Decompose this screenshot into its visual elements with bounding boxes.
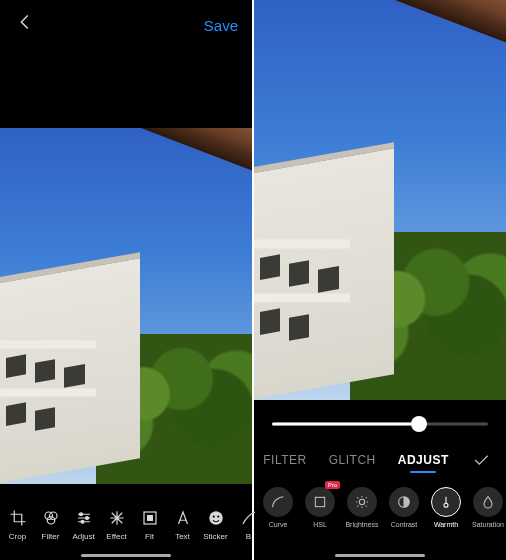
save-button[interactable]: Save xyxy=(204,17,238,34)
tool-label: Adjust xyxy=(72,532,94,541)
adjust-warmth[interactable]: Warmth xyxy=(428,487,464,528)
tool-filter[interactable]: Filter xyxy=(35,508,66,541)
contrast-icon xyxy=(389,487,419,517)
warmth-slider[interactable] xyxy=(272,414,488,434)
tab-glitch[interactable]: GLITCH xyxy=(329,453,376,473)
editor-pane-adjust: FILTER GLITCH ADJUST Curve Pro HSL xyxy=(254,0,506,560)
tool-toolbar: Crop Filter Adjust Effect Fit Text xyxy=(0,488,252,560)
svg-point-5 xyxy=(81,520,84,523)
tab-adjust[interactable]: ADJUST xyxy=(398,453,449,473)
svg-point-9 xyxy=(212,515,214,517)
adjust-saturation[interactable]: Saturation xyxy=(470,487,506,528)
adjust-label: Contrast xyxy=(391,521,417,528)
adjust-label: Brightness xyxy=(345,521,378,528)
tool-crop[interactable]: Crop xyxy=(2,508,33,541)
tool-fit[interactable]: Fit xyxy=(134,508,165,541)
saturation-icon xyxy=(473,487,503,517)
svg-rect-7 xyxy=(147,515,153,521)
photo-preview[interactable] xyxy=(0,128,252,484)
svg-point-14 xyxy=(444,503,448,507)
tool-label: Crop xyxy=(9,532,26,541)
photo-building xyxy=(0,252,140,484)
app-root: Save Crop Filter xyxy=(0,0,506,560)
slider-thumb[interactable] xyxy=(411,416,427,432)
confirm-button[interactable] xyxy=(471,450,497,475)
crop-icon xyxy=(8,508,28,528)
svg-point-4 xyxy=(85,516,88,519)
home-indicator xyxy=(335,554,425,557)
hsl-icon xyxy=(305,487,335,517)
fit-icon xyxy=(140,508,160,528)
tool-label: Fit xyxy=(145,532,154,541)
tool-adjust[interactable]: Adjust xyxy=(68,508,99,541)
editor-pane-overview: Save Crop Filter xyxy=(0,0,254,560)
adjust-contrast[interactable]: Contrast xyxy=(386,487,422,528)
text-icon xyxy=(173,508,193,528)
svg-point-8 xyxy=(209,511,223,525)
adjust-label: HSL xyxy=(313,521,327,528)
tab-filter[interactable]: FILTER xyxy=(263,453,306,473)
photo-building xyxy=(254,142,394,400)
tool-label: Text xyxy=(175,532,190,541)
adjust-label: Saturation xyxy=(472,521,504,528)
adjust-label: Warmth xyxy=(434,521,458,528)
svg-point-1 xyxy=(49,512,57,520)
svg-point-12 xyxy=(359,499,364,504)
adjust-controls: FILTER GLITCH ADJUST Curve Pro HSL xyxy=(254,400,506,560)
sticker-icon xyxy=(206,508,226,528)
warmth-icon xyxy=(431,487,461,517)
slider-fill xyxy=(272,423,419,426)
filter-icon xyxy=(41,508,61,528)
back-icon[interactable] xyxy=(14,11,36,39)
slider-row xyxy=(254,414,506,434)
adjust-label: Curve xyxy=(269,521,288,528)
photo-preview[interactable] xyxy=(254,0,506,400)
tool-sticker[interactable]: Sticker xyxy=(200,508,231,541)
pro-badge: Pro xyxy=(325,481,340,489)
tool-label: Sticker xyxy=(203,532,227,541)
tool-label: Filter xyxy=(42,532,60,541)
adjust-brightness[interactable]: Brightness xyxy=(344,487,380,528)
adjust-icon xyxy=(74,508,94,528)
svg-rect-11 xyxy=(315,497,324,506)
adjust-items: Curve Pro HSL Brightness Contrast xyxy=(254,475,506,528)
effect-icon xyxy=(107,508,127,528)
tool-effect[interactable]: Effect xyxy=(101,508,132,541)
svg-point-10 xyxy=(217,515,219,517)
tool-text[interactable]: Text xyxy=(167,508,198,541)
brightness-icon xyxy=(347,487,377,517)
svg-point-2 xyxy=(47,516,55,524)
adjust-hsl[interactable]: Pro HSL xyxy=(302,487,338,528)
home-indicator xyxy=(81,554,171,557)
adjust-curve[interactable]: Curve xyxy=(260,487,296,528)
svg-point-3 xyxy=(79,512,82,515)
header: Save xyxy=(0,0,252,50)
tool-label: Effect xyxy=(106,532,126,541)
mode-tabs: FILTER GLITCH ADJUST xyxy=(254,450,506,475)
curve-icon xyxy=(263,487,293,517)
tool-label: B xyxy=(246,532,251,541)
